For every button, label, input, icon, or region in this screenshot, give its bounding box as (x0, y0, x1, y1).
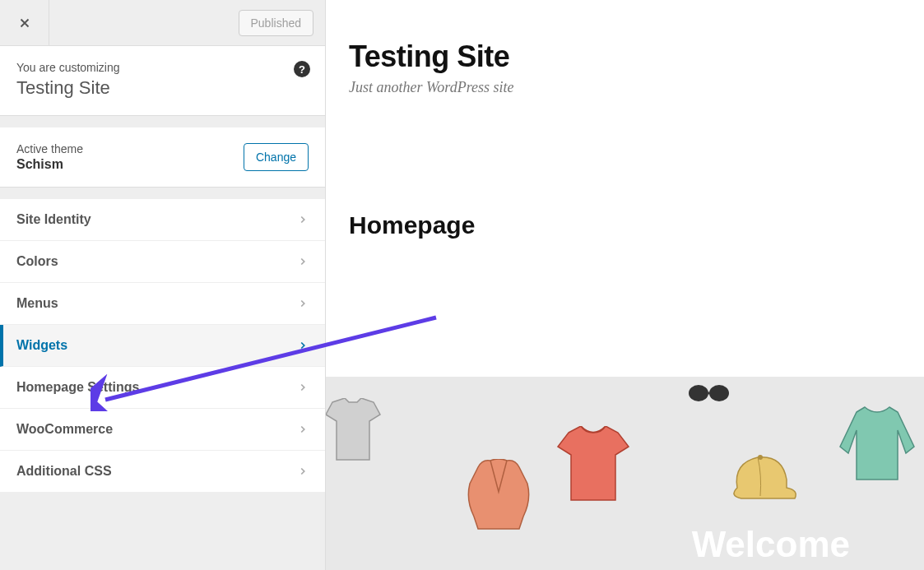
chevron-right-icon (297, 424, 309, 435)
nav-item-label: Colors (16, 254, 58, 269)
customizer-nav-list: Site Identity Colors Menus Widgets Homep… (0, 199, 325, 493)
close-button[interactable] (0, 0, 49, 46)
site-tagline: Just another WordPress site (349, 79, 924, 96)
active-theme-name: Schism (16, 157, 83, 172)
nav-item-widgets[interactable]: Widgets (0, 325, 325, 367)
close-icon (17, 16, 32, 30)
hero-banner: Welcome (326, 377, 924, 570)
nav-item-site-identity[interactable]: Site Identity (0, 199, 325, 241)
hero-welcome-text: Welcome (692, 524, 850, 565)
customize-info-section: You are customizing Testing Site ? (0, 46, 325, 116)
jacket-orange-icon (466, 459, 532, 533)
nav-item-label: WooCommerce (16, 422, 113, 437)
chevron-right-icon (297, 214, 309, 225)
nav-item-woocommerce[interactable]: WooCommerce (0, 409, 325, 451)
svg-point-1 (709, 385, 729, 401)
svg-point-2 (758, 455, 763, 460)
tshirt-gray-icon (326, 398, 382, 464)
chevron-right-icon (297, 382, 309, 393)
customizer-sidebar: Published You are customizing Testing Si… (0, 0, 326, 570)
theme-section: Active theme Schism Change (0, 127, 325, 188)
nav-item-additional-css[interactable]: Additional CSS (0, 451, 325, 493)
publish-status-button[interactable]: Published (239, 10, 314, 36)
site-title: Testing Site (349, 39, 924, 74)
longsleeve-teal-icon (836, 405, 918, 484)
nav-item-colors[interactable]: Colors (0, 241, 325, 283)
tshirt-red-icon (556, 426, 630, 504)
nav-item-label: Site Identity (16, 212, 91, 227)
nav-item-label: Homepage Settings (16, 380, 139, 395)
customizing-label: You are customizing (16, 61, 309, 74)
cap-yellow-icon (729, 451, 799, 508)
svg-point-0 (689, 385, 708, 401)
sunglasses-icon (686, 377, 731, 410)
nav-item-homepage-settings[interactable]: Homepage Settings (0, 367, 325, 409)
section-divider (0, 188, 325, 199)
change-theme-button[interactable]: Change (244, 143, 309, 171)
chevron-right-icon (297, 256, 309, 267)
nav-item-label: Additional CSS (16, 464, 112, 479)
nav-item-label: Menus (16, 296, 58, 311)
active-theme-label: Active theme (16, 142, 83, 155)
chevron-right-icon (297, 298, 309, 309)
nav-item-menus[interactable]: Menus (0, 283, 325, 325)
section-divider (0, 116, 325, 127)
customizing-site-name: Testing Site (16, 77, 309, 99)
help-icon[interactable]: ? (294, 61, 310, 77)
nav-item-label: Widgets (16, 338, 67, 353)
site-preview: Testing Site Just another WordPress site… (326, 0, 924, 570)
chevron-right-icon (297, 466, 309, 477)
chevron-right-icon (297, 340, 309, 351)
sidebar-header: Published (0, 0, 325, 46)
page-title: Homepage (349, 211, 924, 239)
